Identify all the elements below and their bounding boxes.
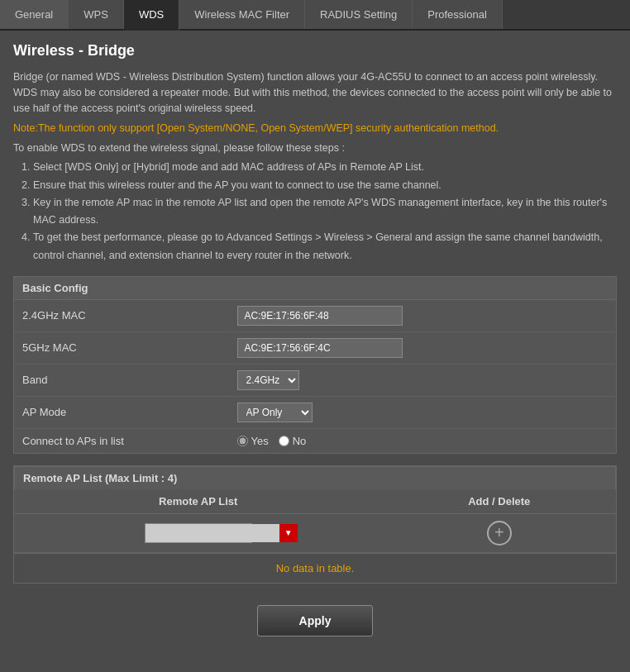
step-4: To get the best performance, please go t… <box>33 229 617 265</box>
label-connect-aps: Connect to APs in list <box>14 428 229 453</box>
page-title: Wireless - Bridge <box>13 42 617 60</box>
value-ap-mode: AP Only WDS Only Hybrid <box>229 396 617 428</box>
connect-aps-yes-text: Yes <box>251 435 269 447</box>
tab-radius[interactable]: RADIUS Setting <box>305 0 413 29</box>
tab-wps[interactable]: WPS <box>69 0 124 29</box>
col-remote-ap-list: Remote AP List <box>14 489 382 514</box>
step-1: Select [WDS Only] or [Hybrid] mode and a… <box>33 159 617 176</box>
steps-list: Select [WDS Only] or [Hybrid] mode and a… <box>33 159 617 265</box>
remote-ap-section: Remote AP List (Max Limit : 4) Remote AP… <box>13 465 617 584</box>
value-24ghz-mac: AC:9E:17:56:6F:48 <box>229 299 617 331</box>
connect-aps-no-text: No <box>293 435 307 447</box>
main-content: Wireless - Bridge Bridge (or named WDS -… <box>0 31 630 656</box>
connect-aps-yes-radio[interactable] <box>237 436 248 446</box>
connect-aps-radio-group: Yes No <box>237 435 609 447</box>
band-select[interactable]: 2.4GHz 5GHz <box>237 370 299 390</box>
value-band: 2.4GHz 5GHz <box>229 364 617 396</box>
value-5ghz-mac: AC:9E:17:56:6F:4C <box>229 331 617 364</box>
remote-ap-input-row: ▼ + <box>14 513 616 552</box>
connect-aps-yes-label[interactable]: Yes <box>237 435 269 447</box>
page-description: Bridge (or named WDS - Wireless Distribu… <box>13 69 617 116</box>
tab-general[interactable]: General <box>0 0 69 29</box>
label-band: Band <box>14 364 229 396</box>
label-ap-mode: AP Mode <box>14 396 229 428</box>
apply-section: Apply <box>13 597 617 645</box>
remote-ap-table: Remote AP List Add / Delete ▼ <box>14 489 616 553</box>
mac-5ghz-display: AC:9E:17:56:6F:4C <box>237 338 403 358</box>
dropdown-arrow-button[interactable]: ▼ <box>279 524 298 542</box>
label-5ghz-mac: 5GHz MAC <box>14 331 229 364</box>
ap-mode-select[interactable]: AP Only WDS Only Hybrid <box>237 403 313 422</box>
tab-wds[interactable]: WDS <box>124 0 179 31</box>
mac-24ghz-display: AC:9E:17:56:6F:48 <box>237 306 403 326</box>
step-2: Ensure that this wireless router and the… <box>33 177 617 194</box>
no-data-message: No data in table. <box>14 553 616 583</box>
tab-professional[interactable]: Professional <box>413 0 503 29</box>
basic-config-header: Basic Config <box>13 276 617 299</box>
basic-config-table: 2.4GHz MAC AC:9E:17:56:6F:48 5GHz MAC AC… <box>13 299 617 454</box>
steps-intro: To enable WDS to extend the wireless sig… <box>13 142 617 154</box>
connect-aps-no-label[interactable]: No <box>279 435 307 447</box>
connect-aps-no-radio[interactable] <box>279 436 289 446</box>
label-24ghz-mac: 2.4GHz MAC <box>14 299 229 331</box>
add-remote-ap-button[interactable]: + <box>487 521 512 546</box>
remote-ap-dropdown-row: ▼ <box>22 523 374 543</box>
tab-bar: General WPS WDS Wireless MAC Filter RADI… <box>0 0 630 31</box>
remote-ap-input[interactable] <box>146 524 279 542</box>
step-3: Key in the remote AP mac in the remote A… <box>33 194 617 230</box>
add-delete-cell: + <box>382 513 616 552</box>
row-ap-mode: AP Mode AP Only WDS Only Hybrid <box>14 396 617 428</box>
col-add-delete: Add / Delete <box>382 489 616 514</box>
security-note: Note:The function only support [Open Sys… <box>13 122 617 134</box>
value-connect-aps: Yes No <box>229 428 617 453</box>
row-24ghz-mac: 2.4GHz MAC AC:9E:17:56:6F:48 <box>14 299 617 331</box>
remote-ap-dropdown[interactable]: ▼ <box>145 523 252 543</box>
row-connect-aps: Connect to APs in list Yes No <box>14 428 617 453</box>
apply-button[interactable]: Apply <box>257 605 374 636</box>
tab-mac-filter[interactable]: Wireless MAC Filter <box>179 0 305 29</box>
row-5ghz-mac: 5GHz MAC AC:9E:17:56:6F:4C <box>14 331 617 364</box>
remote-ap-header-row: Remote AP List Add / Delete <box>14 489 616 514</box>
row-band: Band 2.4GHz 5GHz <box>14 364 617 396</box>
remote-ap-dropdown-cell: ▼ <box>14 513 382 552</box>
remote-ap-header: Remote AP List (Max Limit : 4) <box>14 466 616 489</box>
